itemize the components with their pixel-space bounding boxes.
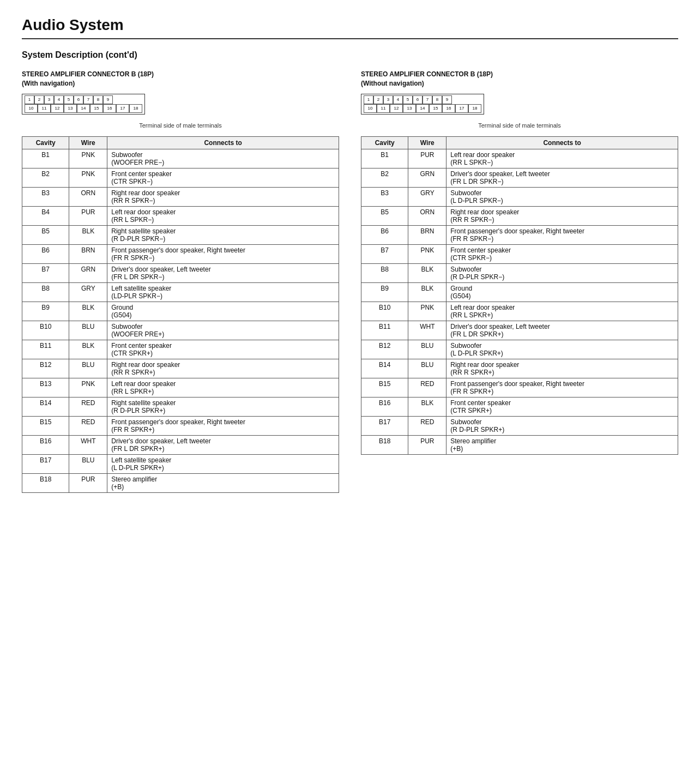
- wire-cell: GRN: [408, 168, 446, 187]
- left-diagram-wrapper: 1 2 3 4 5 6 7 8 9 10 11 12 13 14 15: [22, 94, 339, 119]
- right-diagram-row1: 1 2 3 4 5 6 7 8 9: [364, 95, 481, 104]
- wire-cell: PNK: [408, 244, 446, 263]
- cavity-cell: B2: [22, 168, 69, 187]
- left-pin-2: 2: [34, 95, 44, 104]
- connects-cell: Subwoofer(L D-PLR SPKR−): [446, 187, 678, 206]
- title-divider: [22, 38, 678, 39]
- cavity-cell: B10: [22, 321, 69, 340]
- left-connector-title: STEREO AMPLIFIER CONNECTOR B (18P) (With…: [22, 70, 339, 88]
- cavity-cell: B17: [22, 454, 69, 473]
- wire-cell: BLU: [69, 454, 107, 473]
- connects-cell: Left rear door speaker(RR L SPKR−): [107, 206, 339, 225]
- left-pin-6: 6: [74, 95, 83, 104]
- wire-cell: BRN: [408, 225, 446, 244]
- connects-cell: Driver's door speaker, Left tweeter(FR L…: [107, 263, 339, 282]
- wire-cell: BLK: [408, 263, 446, 282]
- wire-cell: WHT: [408, 321, 446, 340]
- wire-cell: BLK: [69, 340, 107, 359]
- right-pin-15: 15: [429, 104, 442, 113]
- left-column: STEREO AMPLIFIER CONNECTOR B (18P) (With…: [22, 70, 339, 493]
- left-pin-15: 15: [90, 104, 103, 113]
- cavity-cell: B9: [361, 282, 408, 302]
- wire-cell: PUR: [408, 149, 446, 168]
- left-pin-9: 9: [103, 95, 113, 104]
- cavity-cell: B12: [361, 340, 408, 359]
- right-pin-16: 16: [442, 104, 455, 113]
- right-pin-17: 17: [455, 104, 468, 113]
- table-row: B5ORNRight rear door speaker(RR R SPKR−): [361, 206, 678, 225]
- right-pin-5: 5: [403, 95, 413, 104]
- left-pin-18: 18: [129, 104, 142, 113]
- connects-cell: Driver's door speaker, Left tweeter(FR L…: [446, 321, 678, 340]
- wire-cell: RED: [69, 416, 107, 435]
- connects-cell: Right rear door speaker(RR R SPKR−): [107, 187, 339, 206]
- connects-cell: Left rear door speaker(RR L SPKR−): [446, 149, 678, 168]
- table-row: B1PURLeft rear door speaker(RR L SPKR−): [361, 149, 678, 168]
- connects-cell: Driver's door speaker, Left tweeter(FR L…: [107, 435, 339, 454]
- right-pin-3: 3: [383, 95, 393, 104]
- cavity-cell: B1: [361, 149, 408, 168]
- right-col-cavity: Cavity: [361, 136, 408, 149]
- cavity-cell: B11: [22, 340, 69, 359]
- cavity-cell: B13: [22, 378, 69, 397]
- cavity-cell: B15: [22, 416, 69, 435]
- right-pin-8: 8: [432, 95, 442, 104]
- connects-cell: Right satellite speaker(R D-PLR SPKR+): [107, 397, 339, 416]
- table-row: B2PNKFront center speaker(CTR SPKR−): [22, 168, 339, 187]
- left-connector-table: Cavity Wire Connects to B1PNKSubwoofer(W…: [22, 136, 339, 493]
- left-pin-17: 17: [116, 104, 129, 113]
- connects-cell: Subwoofer(L D-PLR SPKR+): [446, 340, 678, 359]
- right-connector-title: STEREO AMPLIFIER CONNECTOR B (18P) (With…: [361, 70, 678, 88]
- left-connector-diagram: 1 2 3 4 5 6 7 8 9 10 11 12 13 14 15: [22, 94, 145, 115]
- connects-cell: Right rear door speaker(RR R SPKR−): [446, 206, 678, 225]
- left-pin-10: 10: [25, 104, 38, 113]
- right-column: STEREO AMPLIFIER CONNECTOR B (18P) (With…: [361, 70, 678, 493]
- left-pin-3: 3: [44, 95, 54, 104]
- connects-cell: Stereo amplifier(+B): [446, 435, 678, 454]
- cavity-cell: B6: [22, 244, 69, 263]
- connects-cell: Front center speaker(CTR SPKR−): [446, 244, 678, 263]
- right-pin-11: 11: [377, 104, 390, 113]
- wire-cell: WHT: [69, 435, 107, 454]
- table-row: B7GRNDriver's door speaker, Left tweeter…: [22, 263, 339, 282]
- left-col-cavity: Cavity: [22, 136, 69, 149]
- cavity-cell: B18: [22, 473, 69, 492]
- section-title: System Description (cont'd): [22, 50, 678, 60]
- wire-cell: RED: [408, 416, 446, 435]
- table-row: B11WHTDriver's door speaker, Left tweete…: [361, 321, 678, 340]
- right-pin-4: 4: [393, 95, 403, 104]
- main-content: STEREO AMPLIFIER CONNECTOR B (18P) (With…: [22, 70, 678, 493]
- table-row: B12BLUSubwoofer(L D-PLR SPKR+): [361, 340, 678, 359]
- cavity-cell: B11: [361, 321, 408, 340]
- right-connector-diagram: 1 2 3 4 5 6 7 8 9 10 11 12 13 14 15: [361, 94, 484, 115]
- table-row: B14BLURight rear door speaker(RR R SPKR+…: [361, 359, 678, 378]
- wire-cell: RED: [408, 378, 446, 397]
- table-row: B16BLKFront center speaker(CTR SPKR+): [361, 397, 678, 416]
- table-row: B1PNKSubwoofer(WOOFER PRE−): [22, 149, 339, 168]
- cavity-cell: B2: [361, 168, 408, 187]
- connects-cell: Front center speaker(CTR SPKR−): [107, 168, 339, 187]
- connects-cell: Right rear door speaker(RR R SPKR+): [107, 359, 339, 378]
- right-diagram-wrapper: 1 2 3 4 5 6 7 8 9 10 11 12 13 14 15: [361, 94, 678, 119]
- table-row: B10BLUSubwoofer(WOOFER PRE+): [22, 321, 339, 340]
- cavity-cell: B4: [22, 206, 69, 225]
- right-pin-18: 18: [468, 104, 481, 113]
- cavity-cell: B12: [22, 359, 69, 378]
- left-pin-12: 12: [51, 104, 64, 113]
- wire-cell: BRN: [69, 244, 107, 263]
- right-col-connects: Connects to: [446, 136, 678, 149]
- right-pin-12: 12: [390, 104, 403, 113]
- right-col-wire: Wire: [408, 136, 446, 149]
- table-row: B5BLKRight satellite speaker(R D-PLR SPK…: [22, 225, 339, 244]
- cavity-cell: B3: [22, 187, 69, 206]
- right-diagram-row2: 10 11 12 13 14 15 16 17 18: [364, 104, 481, 113]
- connects-cell: Stereo amplifier(+B): [107, 473, 339, 492]
- right-connector-table: Cavity Wire Connects to B1PURLeft rear d…: [361, 136, 678, 455]
- table-row: B18PURStereo amplifier(+B): [22, 473, 339, 492]
- cavity-cell: B5: [361, 206, 408, 225]
- wire-cell: ORN: [69, 187, 107, 206]
- left-col-wire: Wire: [69, 136, 107, 149]
- table-row: B13PNKLeft rear door speaker(RR L SPKR+): [22, 378, 339, 397]
- wire-cell: BLU: [69, 359, 107, 378]
- cavity-cell: B14: [361, 359, 408, 378]
